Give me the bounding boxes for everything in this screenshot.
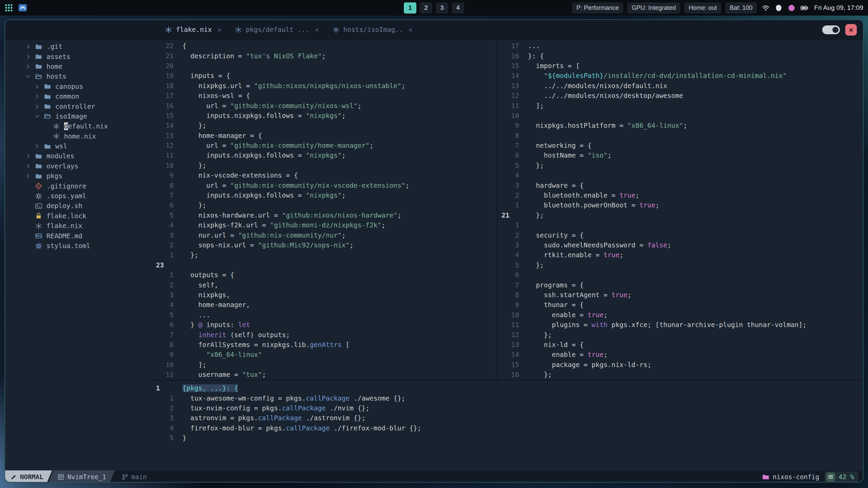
chevron-right-icon[interactable]	[33, 94, 41, 99]
tree-item-overlays[interactable]: overlays	[5, 161, 152, 171]
tree-item-pkgs[interactable]: pkgs	[5, 171, 152, 181]
code-line: 4 nixpkgs-f2k.url = "github:moni-dz/nixp…	[152, 220, 497, 230]
chevron-right-icon[interactable]	[24, 173, 32, 179]
tree-item-readme-md[interactable]: README.md	[5, 231, 152, 241]
tab-close-icon[interactable]: ×	[315, 26, 319, 34]
line-number: 23	[152, 261, 174, 269]
workspace-1[interactable]: 1	[404, 2, 416, 14]
workspace-3[interactable]: 3	[436, 2, 448, 14]
code-text: inputs = {	[174, 72, 230, 80]
workspace-2[interactable]: 2	[420, 2, 432, 14]
code-text: home-manager,	[174, 301, 250, 309]
code-text: description = "tux's NixOS Flake";	[174, 52, 326, 60]
code-line: 7 programs = {	[497, 280, 863, 290]
code-line: 21 };	[497, 210, 863, 220]
code-text: nix-ld = {	[519, 341, 584, 349]
tree-item-deploy-sh[interactable]: deploy.sh	[5, 201, 152, 211]
tree-item--git[interactable]: .git	[5, 42, 152, 52]
tree-item-isoimage[interactable]: isoImage	[5, 111, 152, 121]
chevron-right-icon[interactable]	[33, 104, 41, 109]
code-text: };	[174, 162, 206, 169]
line-number: 8	[497, 132, 519, 140]
tree-item--gitignore[interactable]: .gitignore	[5, 181, 152, 191]
tab-flake-nix[interactable]: flake.nix×	[158, 20, 228, 39]
chevron-right-icon[interactable]	[33, 143, 41, 149]
chevron-right-icon[interactable]	[24, 153, 32, 159]
tree-item-assets[interactable]: assets	[5, 52, 152, 61]
code-line: 10 ];	[152, 360, 497, 370]
chevron-right-icon[interactable]	[24, 163, 32, 169]
code-text: "${modulesPath}/installer/cd-dvd/install…	[519, 72, 787, 80]
folder-icon	[34, 163, 43, 169]
code-text: };	[519, 331, 552, 339]
line-number: 8	[152, 341, 174, 349]
tree-item-home[interactable]: home	[5, 62, 152, 72]
line-number: 15	[497, 62, 519, 70]
git-icon	[35, 183, 42, 189]
code-line: 7 inputs.nixpkgs.follows = "nixpkgs";	[152, 190, 497, 200]
window-close-button[interactable]: ×	[845, 24, 857, 36]
code-text: thunar = {	[519, 301, 584, 309]
status-pill: Bat: 100	[725, 2, 757, 14]
chevron-right-icon[interactable]	[24, 64, 32, 69]
code-line: 10 };	[152, 161, 497, 170]
tab-hosts-isoimag-[interactable]: hosts/isoImag..×	[326, 20, 419, 39]
apps-grid-icon[interactable]	[5, 4, 13, 12]
tree-item-default-nix[interactable]: default.nix	[5, 121, 152, 131]
system-topbar: 1234 P: PerformanceGPU: IntegratedHome: …	[0, 0, 868, 16]
editor-pane-iso[interactable]: 17...16}: {15 imports = [14 "${modulesPa…	[497, 40, 863, 380]
code-line: 7 networking = {	[497, 141, 863, 150]
code-text: nixpkgs,	[174, 291, 230, 299]
tree-item-canopus[interactable]: canopus	[5, 82, 152, 92]
code-text: bluetooth.powerOnBoot = true;	[519, 201, 659, 209]
clock: Fri Aug 09, 17:09	[814, 4, 863, 12]
tree-item-common[interactable]: common	[5, 92, 152, 101]
chevron-right-icon[interactable]	[24, 44, 32, 49]
tree-item-modules[interactable]: modules	[5, 151, 152, 161]
status-pill: P: Performance	[572, 2, 623, 14]
line-number: 12	[497, 92, 519, 100]
tab-pkgs-default-[interactable]: pkgs/default ...×	[228, 20, 326, 39]
line-number: 3	[152, 291, 174, 299]
line-number: 3	[497, 241, 519, 249]
line-number: 3	[497, 182, 519, 189]
line-number: 5	[152, 211, 174, 219]
tree-item--sops-yaml[interactable]: .sops.yaml	[5, 191, 152, 201]
line-number: 2	[497, 231, 519, 239]
code-line: 3 hardware = {	[497, 180, 863, 190]
block-cursor: d	[64, 122, 68, 130]
code-line: 8	[497, 131, 863, 141]
tab-close-icon[interactable]: ×	[217, 26, 221, 34]
tree-item-label: deploy.sh	[46, 202, 82, 210]
tray-icon	[775, 4, 783, 12]
code-line: 17 nixos-wsl = {	[152, 91, 497, 101]
file-explorer[interactable]: .gitassetshomehostscanopuscommoncontroll…	[5, 40, 152, 470]
toggle-switch[interactable]	[822, 25, 840, 34]
status-pill: GPU: Integrated	[627, 2, 680, 14]
tree-item-label: overlays	[46, 162, 78, 170]
workspace-4[interactable]: 4	[452, 2, 464, 14]
chevron-down-icon[interactable]	[33, 114, 41, 119]
window-badge-icon[interactable]	[18, 3, 27, 12]
chevron-right-icon[interactable]	[33, 84, 41, 89]
line-number: 1	[152, 271, 174, 279]
tree-item-controller[interactable]: controller	[5, 101, 152, 111]
code-line: 2 security = {	[497, 230, 863, 240]
line-number: 11	[497, 321, 519, 329]
nix-icon	[333, 26, 339, 33]
tree-item-flake-nix[interactable]: flake.nix	[5, 221, 152, 231]
line-number: 5	[152, 311, 174, 319]
code-text: nixpkgs-f2k.url = "github:moni-dz/nixpkg…	[174, 221, 386, 229]
tree-item-hosts[interactable]: hosts	[5, 72, 152, 81]
tree-item-flake-lock[interactable]: flake.lock	[5, 211, 152, 221]
tree-item-home-nix[interactable]: home.nix	[5, 131, 152, 141]
editor-pane-pkgs[interactable]: 1{pkgs, ...}: {1 tux-awesome-wm-config =…	[152, 380, 863, 470]
code-text: };	[174, 122, 206, 129]
tree-item-stylua-toml[interactable]: stylua.toml	[5, 241, 152, 251]
code-line: 18 nixpkgs.url = "github:nixos/nixpkgs/n…	[152, 81, 497, 91]
chevron-right-icon[interactable]	[24, 54, 32, 60]
chevron-down-icon[interactable]	[24, 74, 32, 79]
editor-pane-flake[interactable]: 22{21 description = "tux's NixOS Flake";…	[152, 40, 497, 380]
tree-item-wsl[interactable]: wsl	[5, 141, 152, 151]
tab-close-icon[interactable]: ×	[409, 26, 413, 34]
